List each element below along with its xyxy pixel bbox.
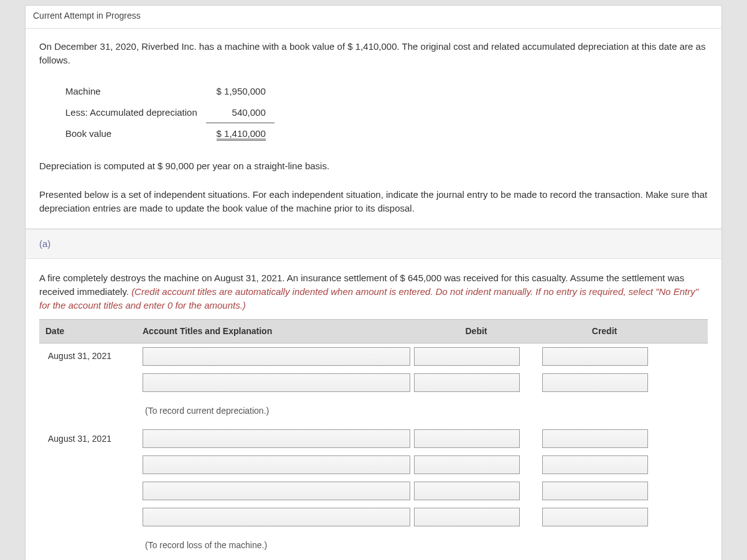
scenario-instructions-italic: (Credit account titles are automatically…	[39, 286, 698, 310]
account-title-input[interactable]	[143, 347, 410, 366]
bv-amount-machine: $ 1,950,000	[206, 81, 275, 102]
journal-row	[39, 478, 708, 504]
book-value-table: Machine $ 1,950,000 Less: Accumulated de…	[65, 81, 275, 144]
journal-row: August 31, 2021	[39, 343, 708, 370]
header-date: Date	[45, 325, 139, 337]
journal-entry-area: Date Account Titles and Explanation Debi…	[26, 319, 721, 560]
credit-input[interactable]	[542, 347, 648, 366]
header-account: Account Titles and Explanation	[143, 325, 410, 337]
header-debit: Debit	[414, 325, 538, 337]
debit-input[interactable]	[414, 429, 520, 448]
depreciation-note: Depreciation is computed at $ 90,000 per…	[39, 159, 708, 173]
journal-note-row: (To record loss of the machine.)	[39, 530, 708, 560]
journal-row	[39, 452, 708, 478]
attempt-status: Current Attempt in Progress	[26, 6, 721, 29]
account-title-input[interactable]	[143, 429, 410, 448]
bv-amount-bookvalue: $ 1,410,000	[206, 123, 275, 144]
bv-label-bookvalue: Book value	[65, 123, 206, 144]
account-title-input[interactable]	[143, 373, 410, 392]
table-row: Book value $ 1,410,000	[65, 123, 275, 144]
debit-input[interactable]	[414, 482, 520, 500]
credit-input[interactable]	[542, 482, 648, 500]
journal-date: August 31, 2021	[45, 350, 139, 362]
journal-note: (To record loss of the machine.)	[143, 534, 667, 556]
journal-row	[39, 504, 708, 530]
bv-amount-accumdep: 540,000	[206, 102, 275, 123]
journal-row	[39, 370, 708, 396]
journal-date: August 31, 2021	[45, 432, 139, 445]
bv-label-machine: Machine	[65, 81, 206, 102]
table-row: Machine $ 1,950,000	[65, 81, 275, 102]
debit-input[interactable]	[414, 347, 520, 366]
credit-input[interactable]	[542, 508, 648, 526]
intro-block: On December 31, 2020, Riverbed Inc. has …	[26, 29, 721, 229]
credit-input[interactable]	[542, 373, 648, 392]
credit-input[interactable]	[542, 429, 648, 448]
debit-input[interactable]	[414, 373, 520, 392]
question-card: Current Attempt in Progress On December …	[25, 5, 722, 560]
instructions-paragraph: Presented below is a set of independent …	[39, 188, 708, 215]
scenario-text: A fire completely destroys the machine o…	[26, 259, 721, 319]
journal-note: (To record current depreciation.)	[143, 399, 667, 422]
section-a-label: (a)	[26, 229, 721, 259]
header-credit: Credit	[542, 325, 667, 337]
bv-amount-bookvalue-text: $ 1,410,000	[217, 128, 266, 141]
journal-header-row: Date Account Titles and Explanation Debi…	[39, 319, 708, 343]
credit-input[interactable]	[542, 455, 648, 474]
account-title-input[interactable]	[143, 482, 410, 500]
debit-input[interactable]	[414, 455, 520, 474]
intro-paragraph: On December 31, 2020, Riverbed Inc. has …	[39, 40, 708, 67]
account-title-input[interactable]	[143, 455, 410, 474]
account-title-input[interactable]	[143, 508, 410, 526]
debit-input[interactable]	[414, 508, 520, 526]
table-row: Less: Accumulated depreciation 540,000	[65, 102, 275, 123]
journal-row: August 31, 2021	[39, 426, 708, 452]
bv-label-accumdep: Less: Accumulated depreciation	[65, 102, 206, 123]
journal-note-row: (To record current depreciation.)	[39, 396, 708, 426]
